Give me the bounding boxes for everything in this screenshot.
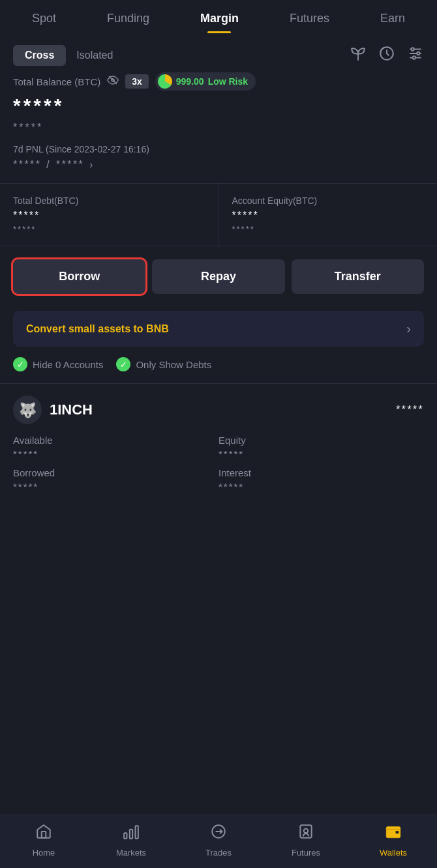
borrowed-label: Borrowed [13, 467, 218, 478]
top-navigation: Spot Funding Margin Futures Earn [0, 0, 437, 33]
balance-label: Total Balance (BTC) [13, 76, 100, 87]
hide-accounts-filter[interactable]: ✓ Hide 0 Accounts [13, 357, 103, 371]
tab-margin[interactable]: Margin [200, 12, 239, 33]
equity-detail: Equity ***** [218, 435, 424, 459]
svg-rect-16 [300, 825, 311, 838]
account-type-row: Cross Isolated [0, 33, 437, 72]
tab-funding[interactable]: Funding [107, 12, 149, 33]
nav-futures[interactable]: Futures [280, 823, 332, 858]
hide-accounts-label: Hide 0 Accounts [33, 359, 103, 370]
pnl-value-row: ***** / ***** › [13, 158, 424, 171]
coin-info: 🐺 1INCH [13, 396, 93, 424]
show-debts-filter[interactable]: ✓ Only Show Debts [116, 357, 211, 371]
show-debts-label: Only Show Debts [136, 359, 211, 370]
repay-button[interactable]: Repay [152, 259, 284, 294]
equity-label: Account Equity(BTC) [232, 195, 425, 206]
leverage-badge: 3x [125, 74, 149, 89]
coin-header: 🐺 1INCH ***** [13, 396, 424, 424]
svg-text:🐺: 🐺 [19, 401, 37, 419]
svg-point-4 [412, 48, 414, 50]
show-debts-check-icon: ✓ [116, 357, 130, 371]
borrow-button[interactable]: Borrow [13, 259, 145, 294]
coin-details: Available ***** Equity ***** Borrowed **… [13, 435, 424, 492]
balance-section: Total Balance (BTC) 3x 999.00 Low Risk *… [0, 72, 437, 171]
debt-value: ***** [13, 210, 205, 222]
interest-value: ***** [218, 481, 424, 492]
tab-futures[interactable]: Futures [290, 12, 329, 33]
bottom-navigation: Home Markets Trades Future [0, 815, 437, 868]
cross-button[interactable]: Cross [13, 45, 66, 66]
available-detail: Available ***** [13, 435, 218, 459]
svg-rect-11 [42, 832, 46, 838]
eye-icon[interactable] [107, 74, 119, 89]
nav-markets[interactable]: Markets [105, 823, 157, 858]
borrowed-detail: Borrowed ***** [13, 467, 218, 492]
equity-value: ***** [232, 210, 425, 222]
risk-icon [158, 74, 172, 89]
interest-detail: Interest ***** [218, 467, 424, 492]
markets-icon [123, 823, 140, 845]
nav-trades[interactable]: Trades [192, 823, 245, 858]
equity-value2: ***** [232, 224, 425, 234]
nav-wallets-label: Wallets [380, 848, 407, 858]
account-icons [350, 45, 424, 66]
interest-label: Interest [218, 467, 424, 478]
hide-accounts-check-icon: ✓ [13, 357, 27, 371]
available-value: ***** [13, 448, 218, 459]
filter-row: ✓ Hide 0 Accounts ✓ Only Show Debts [0, 357, 437, 383]
home-icon [35, 823, 52, 845]
transfer-button[interactable]: Transfer [292, 259, 424, 294]
coin-name: 1INCH [50, 401, 93, 418]
debt-column: Total Debt(BTC) ***** ***** [0, 184, 218, 246]
svg-rect-12 [124, 833, 127, 839]
equity-column: Account Equity(BTC) ***** ***** [218, 184, 438, 246]
risk-badge: 999.00 Low Risk [155, 72, 256, 91]
action-buttons: Borrow Repay Transfer [0, 259, 437, 307]
svg-point-6 [413, 56, 415, 59]
pnl-right: ***** [56, 158, 84, 171]
balance-secondary-value: ***** [13, 122, 424, 134]
balance-main-value: ***** [13, 94, 424, 117]
tab-spot[interactable]: Spot [32, 12, 56, 33]
svg-rect-14 [136, 826, 138, 839]
futures-icon [297, 823, 314, 845]
convert-arrow-icon: › [406, 321, 411, 336]
risk-label: Low Risk [208, 76, 248, 87]
pnl-left: ***** [13, 158, 41, 171]
svg-point-5 [417, 52, 419, 55]
pnl-chevron-icon[interactable]: › [89, 159, 94, 171]
pnl-separator: / [46, 158, 51, 171]
nav-home[interactable]: Home [18, 823, 70, 858]
convert-banner[interactable]: Convert small assets to BNB › [13, 311, 424, 347]
pnl-label: 7d PNL (Since 2023-02-27 16:16) [13, 144, 424, 154]
equity-detail-label: Equity [218, 435, 424, 446]
equity-detail-value: ***** [218, 448, 424, 459]
nav-markets-label: Markets [116, 848, 146, 858]
balance-label-row: Total Balance (BTC) 3x 999.00 Low Risk [13, 72, 424, 91]
trades-icon [210, 823, 227, 845]
tab-earn[interactable]: Earn [380, 12, 405, 33]
settings-icon[interactable] [407, 45, 424, 66]
debt-label: Total Debt(BTC) [13, 195, 205, 206]
risk-value: 999.00 [176, 76, 204, 87]
debt-value2: ***** [13, 224, 205, 234]
svg-point-17 [304, 829, 309, 833]
nav-futures-label: Futures [292, 848, 320, 858]
svg-rect-19 [395, 831, 399, 833]
available-label: Available [13, 435, 218, 446]
nav-trades-label: Trades [205, 848, 232, 858]
isolated-button[interactable]: Isolated [76, 50, 113, 61]
wallets-icon [385, 823, 402, 845]
convert-text: Convert small assets to BNB [26, 323, 169, 335]
coin-avatar: 🐺 [13, 396, 42, 424]
debt-equity-section: Total Debt(BTC) ***** ***** Account Equi… [0, 183, 437, 246]
history-icon[interactable] [378, 45, 395, 66]
coin-balance: ***** [396, 403, 424, 416]
coin-section: 🐺 1INCH ***** Available ***** Equity ***… [0, 383, 437, 492]
borrowed-value: ***** [13, 481, 218, 492]
plant-icon[interactable] [350, 45, 367, 66]
svg-rect-13 [130, 830, 132, 839]
nav-home-label: Home [33, 848, 55, 858]
nav-wallets[interactable]: Wallets [367, 823, 419, 858]
